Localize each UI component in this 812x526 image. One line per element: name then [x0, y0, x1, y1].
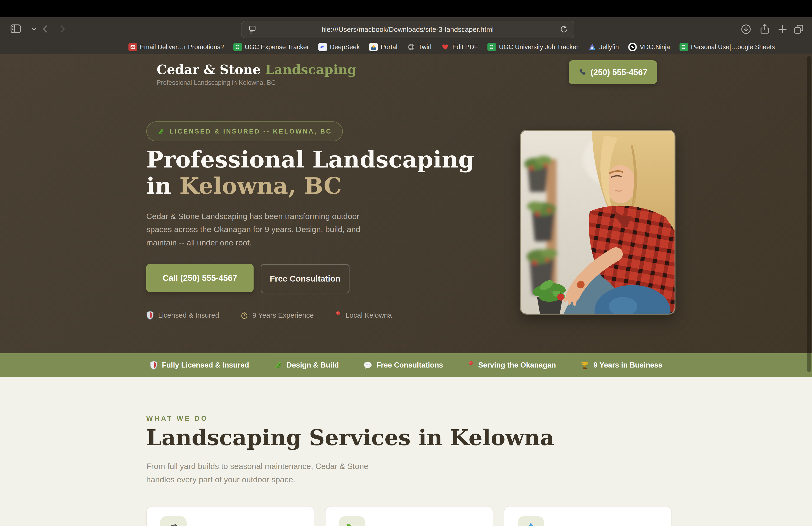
bookmark-item[interactable]: Edit PDF — [441, 43, 478, 51]
download-icon[interactable] — [740, 24, 752, 35]
tab-overview-icon[interactable] — [793, 24, 804, 35]
browser-chrome: file:///Users/macbook/Downloads/site-3-l… — [0, 17, 812, 54]
leaf-icon — [157, 128, 165, 135]
chevron-down-icon[interactable] — [30, 25, 38, 32]
address-bar[interactable]: file:///Users/macbook/Downloads/site-3-l… — [241, 21, 574, 38]
brand-name: Cedar & Stone Landscaping — [157, 62, 357, 77]
services-description: From full yard builds to seasonal mainte… — [146, 459, 391, 486]
pin-icon — [468, 361, 474, 370]
trust-label: Local Kelowna — [346, 311, 392, 319]
share-icon[interactable] — [759, 23, 771, 35]
url-text[interactable]: file:///Users/macbook/Downloads/site-3-l… — [322, 26, 494, 33]
screen: file:///Users/macbook/Downloads/site-3-l… — [0, 0, 812, 526]
trust-label: 9 Years Experience — [252, 311, 314, 319]
back-icon[interactable] — [40, 24, 51, 34]
hero-title-line1: Professional Landscaping — [146, 146, 474, 173]
banner-item: 9 Years in Business — [580, 361, 663, 369]
bookmark-label: Jellyfin — [599, 43, 619, 51]
bookmark-item[interactable]: VDO.Ninja — [628, 43, 670, 51]
banner-item: Serving the Okanagan — [468, 361, 556, 370]
trust-row: Licensed & Insured 9 Years Experience Lo… — [146, 311, 392, 320]
bookmark-item[interactable]: DeepSeek — [318, 43, 360, 51]
menu-bar-strip — [0, 0, 812, 17]
page-format-icon[interactable] — [248, 25, 257, 34]
site-logo: Cedar & Stone Landscaping Professional L… — [157, 62, 357, 86]
hero-description: Cedar & Stone Landscaping has been trans… — [146, 210, 367, 249]
bookmarks-bar: Email Deliver…r Promotions? UGC Expense … — [0, 40, 812, 54]
service-cards — [146, 506, 672, 526]
jellyfin-icon — [588, 43, 596, 51]
card-icon-box — [518, 516, 544, 526]
portal-icon — [369, 43, 378, 51]
bookmark-item[interactable]: UGC Expense Tracker — [233, 43, 309, 51]
trust-item: 9 Years Experience — [241, 311, 314, 319]
shield-icon — [149, 361, 158, 370]
feature-banner: Fully Licensed & Insured Design & Build … — [0, 353, 812, 377]
sheets-icon — [680, 43, 688, 51]
hero-badge-label: LICENSED & INSURED -- KELOWNA, BC — [170, 128, 332, 135]
services-eyebrow: WHAT WE DO — [146, 415, 208, 423]
toolbar-divider — [27, 23, 27, 35]
reload-icon[interactable] — [559, 25, 569, 34]
trust-label: Licensed & Insured — [158, 311, 219, 319]
heart-icon — [441, 43, 449, 51]
free-consultation-button[interactable]: Free Consultation — [261, 264, 349, 294]
call-button[interactable]: Call (250) 555-4567 — [146, 264, 253, 292]
browser-toolbar: file:///Users/macbook/Downloads/site-3-l… — [0, 17, 812, 40]
service-card — [504, 506, 672, 526]
brand-accent: Landscaping — [265, 62, 357, 77]
bookmark-label: Twirl — [418, 43, 432, 51]
deepseek-icon — [318, 43, 327, 51]
globe-icon — [407, 43, 416, 51]
bookmark-label: UGC University Job Tracker — [499, 43, 578, 51]
droplet-icon — [523, 522, 539, 526]
services-title: Landscaping Services in Kelowna — [146, 425, 554, 451]
hero-badge: LICENSED & INSURED -- KELOWNA, BC — [146, 122, 343, 141]
sheets-icon — [488, 43, 496, 51]
forward-icon[interactable] — [57, 24, 68, 34]
hero-title: Professional Landscaping in Kelowna, BC — [146, 146, 503, 199]
trust-item: Licensed & Insured — [146, 311, 219, 320]
sidebar-icon[interactable] — [10, 23, 22, 35]
banner-item: Fully Licensed & Insured — [149, 361, 249, 370]
header-phone-button[interactable]: (250) 555-4567 — [569, 60, 657, 84]
bookmark-item[interactable]: Personal Use|…oogle Sheets — [680, 43, 775, 51]
scrollbar-thumb[interactable] — [807, 56, 811, 372]
web-page: Cedar & Stone Landscaping Professional L… — [0, 54, 812, 526]
trophy-icon — [580, 361, 589, 369]
bookmark-item[interactable]: Jellyfin — [588, 43, 619, 51]
banner-item: Free Consultations — [363, 361, 443, 369]
bookmark-label: Edit PDF — [452, 43, 478, 51]
new-tab-icon[interactable] — [777, 24, 788, 35]
brand-primary: Cedar & Stone — [157, 62, 261, 77]
banner-label: Serving the Okanagan — [478, 361, 556, 369]
card-icon-box — [160, 516, 187, 526]
pin-icon — [335, 311, 341, 320]
bookmark-label: DeepSeek — [330, 43, 360, 51]
bookmark-item[interactable]: Twirl — [407, 43, 432, 51]
sheets-icon — [233, 43, 242, 51]
phone-icon — [578, 68, 587, 76]
banner-label: Design & Build — [287, 361, 339, 369]
mail-icon — [128, 43, 137, 51]
hero-photo — [520, 130, 676, 315]
bookmark-item[interactable]: Portal — [369, 43, 397, 51]
trust-item: Local Kelowna — [335, 311, 392, 320]
bookmark-label: Personal Use|…oogle Sheets — [691, 43, 775, 51]
bookmark-label: Portal — [381, 43, 397, 51]
banner-label: Free Consultations — [376, 361, 443, 369]
bookmark-label: VDO.Ninja — [640, 43, 670, 51]
brand-tagline: Professional Landscaping in Kelowna, BC — [157, 79, 357, 86]
header-phone-label: (250) 555-4567 — [591, 68, 647, 77]
bookmark-item[interactable]: Email Deliver…r Promotions? — [128, 43, 224, 51]
banner-label: 9 Years in Business — [593, 361, 663, 369]
shield-icon — [146, 311, 154, 320]
service-card — [325, 506, 493, 526]
banner-item: Design & Build — [274, 361, 339, 369]
card-icon-box — [339, 516, 365, 526]
herb-icon — [274, 361, 282, 369]
seedling-icon — [344, 522, 360, 526]
bookmark-label: Email Deliver…r Promotions? — [140, 43, 224, 51]
hero-photo-illustration — [521, 131, 675, 314]
bookmark-item[interactable]: UGC University Job Tracker — [488, 43, 578, 51]
